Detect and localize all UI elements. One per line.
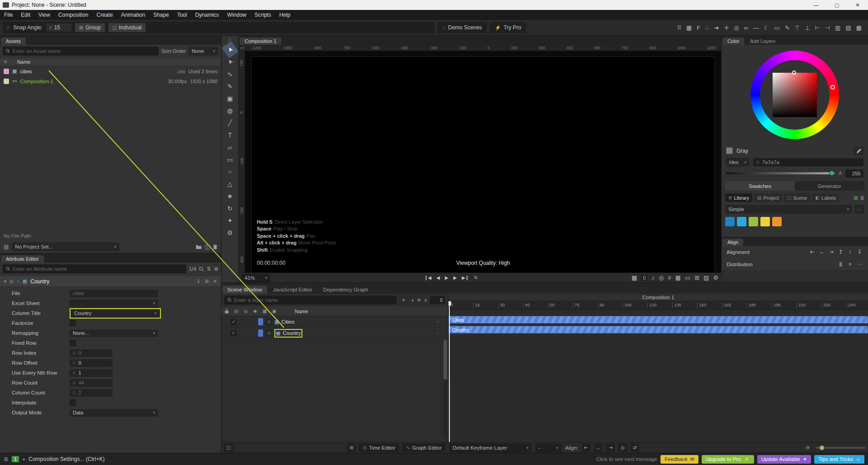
eye-toggle[interactable] [265,319,272,325]
trash-icon[interactable] [213,244,217,249]
align-icon[interactable]: ⋯ [856,261,863,267]
tab-scene-window[interactable]: Scene Window [222,286,267,294]
camera-tool[interactable]: ▣ [224,93,236,104]
individual-button[interactable]: ◻ Individual [108,23,146,32]
screen-icon[interactable]: ▭ [685,274,690,281]
tab-dependency-graph[interactable]: Dependency Graph [318,286,373,294]
library-tab-scene[interactable]: ▢Scene [784,193,811,202]
align-icon[interactable]: ⇥ [827,249,835,255]
tab-add-layers[interactable]: Add Layers [745,38,780,45]
connection-ring-icon[interactable]: ○ [437,331,439,335]
go-to-end-button[interactable]: ▶❙ [462,275,469,280]
retime-icon[interactable]: ⇄ [631,443,639,452]
align-icon[interactable]: ↥ [837,249,844,255]
time-editor-button[interactable]: ◷ Time Editor [359,443,399,452]
layer-name[interactable]: Country [283,330,301,336]
dope-sheet-icon[interactable]: ⊞ [347,443,356,452]
text-tool[interactable]: T [224,129,236,141]
swap-icon[interactable]: ⇅ [207,266,211,272]
maximize-button[interactable]: ▢ [826,0,847,10]
matte-icon[interactable]: ▩ [261,309,268,314]
layer-color-chip[interactable] [258,329,263,337]
asset-row[interactable]: ▦ cities .csv Used 2 times [0,66,221,76]
alpha-value-field[interactable]: 255 [845,169,863,178]
align-icon[interactable]: ||| [837,261,844,267]
go-to-start-button[interactable]: ❙◀ [424,275,431,280]
dash-icon[interactable]: — [753,24,759,31]
menu-dynamics[interactable]: Dynamics [191,10,223,20]
palette-options-button[interactable]: ⋯ [854,205,864,214]
tab-javascript-editor[interactable]: JavaScript Editor [268,286,317,294]
hex-input[interactable]: # 7a7a7a [753,158,863,166]
render-circle-icon[interactable]: ◎ [242,309,249,314]
play-button[interactable]: ▶ [445,275,448,280]
previous-frame-button[interactable]: ◀ [436,275,440,280]
viewport-canvas[interactable]: Hold SDirect Layer SelectionSpacePlay / … [245,51,721,272]
excel-sheet-select[interactable]: ▾ [70,300,158,307]
onion-skin-frames[interactable]: 0 [641,275,647,281]
camera-icon[interactable]: ▣ [271,309,278,314]
pen-tool[interactable]: ✎ [224,80,236,92]
project-set-select[interactable]: No Project Set... ▾ [12,242,119,251]
tab-align[interactable]: Align [722,239,743,246]
alpha-slider[interactable] [726,172,835,174]
grid-icon[interactable]: ▦ [856,24,862,31]
tab-color[interactable]: Color [722,38,744,45]
align-left-icon[interactable]: ⇤ [582,443,590,452]
snap-circle-icon[interactable]: ◎ [734,24,739,31]
pen-icon[interactable]: ✎ [785,24,790,31]
tab-assets[interactable]: Assets [1,38,26,45]
menu-scripts[interactable]: Scripts [250,10,275,20]
next-frame-button[interactable]: ▶ [453,275,457,280]
layer-row-cities[interactable]: ✓ ▦ Cities ○ [222,316,448,328]
chevron-down-icon[interactable]: ▾ [4,279,6,284]
layers-icon[interactable]: ⊞ [694,274,699,281]
row-count-field[interactable]: #44 [70,379,113,387]
align-icon[interactable]: ↕ [846,249,854,255]
asset-search-input[interactable] [13,48,156,54]
palette-select[interactable]: Simple ▾ [725,205,852,214]
minimize-button[interactable]: — [806,0,826,10]
enable-circle-icon[interactable]: ◎ [9,279,14,284]
align-right-icon[interactable]: ⊣ [825,24,830,31]
visibility-icon[interactable] [233,310,240,313]
clear-filter-icon[interactable]: ⊗ [214,266,218,272]
list-view-icon[interactable]: ≣ [860,195,864,201]
visibility-checkbox[interactable]: ✓ [231,330,236,336]
close-button[interactable]: ✕ [847,0,868,10]
menu-tool[interactable]: Tool [173,10,191,20]
moon-icon[interactable]: ☾ [764,24,769,31]
menu-view[interactable]: View [34,10,54,20]
asset-row[interactable]: ▭ Composition 1 30.00fps 1920 x 1080 [0,76,221,86]
rows-icon[interactable]: ▤ [845,24,851,31]
playhead-line[interactable] [449,301,450,442]
status-button-tips-and-tricks[interactable]: Tips and Tricks☼ [814,455,864,464]
graph-editor-button[interactable]: ∿ Graph Editor [402,443,446,452]
layer-list-scrollbar[interactable] [443,340,447,438]
row-offset-field[interactable]: #0 [70,359,113,367]
sv-indicator[interactable] [792,70,796,75]
try-pro-button[interactable]: ⚡ Try Pro [490,22,526,33]
keyboard-icon[interactable]: ◫ [224,443,233,452]
filter-count-field[interactable]: 0 [430,296,445,304]
messages-icon[interactable]: ≣ [4,456,8,462]
column-count-field[interactable]: #2 [70,389,113,397]
status-message[interactable]: Composition Settings... (Ctrl+K) [28,456,104,462]
layer-color-chip[interactable] [258,318,263,325]
asset-name[interactable]: Composition 1 [20,79,53,84]
viewport-settings-gear-icon[interactable]: ⚙ [713,274,718,281]
menu-create[interactable]: Create [93,10,117,20]
alpha-slider-handle[interactable] [829,170,835,176]
eyedropper-button[interactable] [854,146,863,155]
eye-toggle[interactable] [265,330,272,337]
align-icon[interactable]: ↔ [818,249,825,255]
export-arrow-icon[interactable]: ➜ [714,24,719,31]
menu-file[interactable]: File [0,10,17,20]
timeline-zoom-slider[interactable] [816,447,865,449]
demo-scenes-button[interactable]: ∴ Demo Scenes [437,22,487,33]
group-select-tool[interactable]: ➤ [222,53,238,70]
pin-icon[interactable]: ↧ [197,279,200,284]
menu-edit[interactable]: Edit [17,10,34,20]
menu-window[interactable]: Window [223,10,250,20]
clapper-icon[interactable]: ◫ [205,244,210,250]
